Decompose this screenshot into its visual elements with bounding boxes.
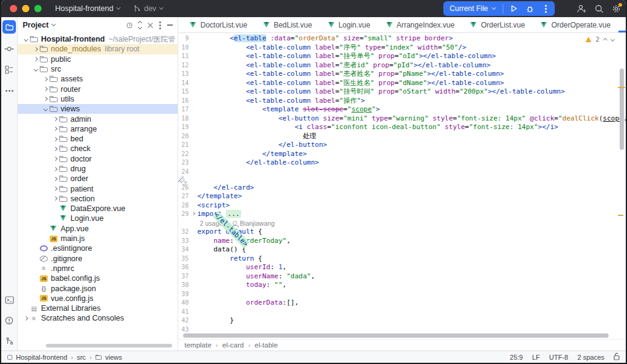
chevron-down-icon[interactable] <box>43 107 47 111</box>
more-icon[interactable] <box>159 21 161 29</box>
chevron-right-icon[interactable] <box>53 127 57 131</box>
branch-widget[interactable]: dev <box>133 4 163 13</box>
run-config-selector[interactable]: Current File <box>447 4 498 13</box>
file-encoding[interactable]: UTF-8 <box>549 354 568 361</box>
tree-item-package.json[interactable]: {}package.json <box>18 283 178 293</box>
fold-chevron-icon[interactable] <box>192 212 195 215</box>
tree-item-External Libraries[interactable]: ▤External Libraries <box>18 303 178 313</box>
vertical-scrollbar[interactable] <box>620 69 624 150</box>
file-lock-toggle[interactable] <box>614 352 620 362</box>
minimize-window-button[interactable] <box>22 5 29 12</box>
tab-OrderOperate.vue[interactable]: OrderOperate.vue <box>533 17 618 32</box>
chevron-right-icon[interactable] <box>53 147 57 151</box>
chevron-right-icon[interactable] <box>23 316 28 321</box>
chevron-down-icon[interactable] <box>33 67 37 71</box>
tree-item-drug[interactable]: drug <box>18 164 178 174</box>
author-hint[interactable]: Bianjiawang <box>240 219 275 228</box>
tab-ArrangeIndex.vue[interactable]: ArrangeIndex.vue <box>378 17 463 32</box>
run-more-button[interactable] <box>540 3 551 14</box>
zoom-window-button[interactable] <box>34 5 42 12</box>
project-panel-title[interactable]: Project <box>23 21 48 29</box>
status-path-views[interactable]: views <box>105 354 122 361</box>
tree-item-bed[interactable]: bed <box>18 134 178 144</box>
breadcrumb-template[interactable]: template <box>184 341 211 349</box>
locate-icon[interactable] <box>127 23 132 28</box>
close-window-button[interactable] <box>10 5 17 12</box>
chevron-right-icon[interactable] <box>43 87 47 91</box>
add-user-button[interactable] <box>577 4 587 13</box>
indent-style[interactable]: 2 spaces <box>577 354 604 361</box>
tree-item-doctor[interactable]: doctor <box>18 154 178 164</box>
tree-item-vue.config.js[interactable]: JSvue.config.js <box>18 294 178 303</box>
panel-horizontal-scrollbar[interactable] <box>46 344 172 347</box>
tree-item-babel.config.js[interactable]: JSbabel.config.js <box>18 273 178 283</box>
more-tools-button[interactable] <box>4 85 15 96</box>
tree-item-check[interactable]: check <box>18 144 178 154</box>
tree-item-patient[interactable]: patient <box>18 184 178 193</box>
project-tool-button[interactable] <box>2 20 16 34</box>
git-tool-button[interactable] <box>4 336 15 347</box>
chevron-right-icon[interactable] <box>33 47 37 51</box>
debug-button[interactable] <box>524 3 535 14</box>
tree-item-.npmrc[interactable]: ≡.npmrc <box>18 264 178 273</box>
chevron-right-icon[interactable] <box>53 137 57 141</box>
tree-item-assets[interactable]: assets <box>18 74 178 84</box>
breadcrumb-el-table[interactable]: el-table <box>255 341 278 349</box>
code-editor[interactable]: 9 <el-table :data="orderData" size="smal… <box>178 33 626 339</box>
tree-item-public[interactable]: public <box>18 54 178 64</box>
tab-OrderList.vue[interactable]: OrderList.vue <box>462 17 533 32</box>
problems-tool-button[interactable] <box>4 315 15 326</box>
chevron-right-icon[interactable] <box>53 157 57 161</box>
chevron-right-icon[interactable] <box>43 97 47 101</box>
tab-BedList.vue[interactable]: BedList.vue <box>255 17 320 32</box>
hide-icon[interactable] <box>167 24 173 26</box>
status-path-Hospital-frontend[interactable]: Hospital-frontend <box>16 354 67 361</box>
chevron-right-icon[interactable] <box>53 187 57 191</box>
tab-OrderToday.vue[interactable]: OrderToday.vue× <box>618 17 627 32</box>
tree-item-Scratches and Consoles[interactable]: ≡Scratches and Consoles <box>18 313 178 323</box>
terminal-tool-button[interactable] <box>4 294 15 305</box>
expand-icon[interactable] <box>138 21 141 29</box>
next-warning-icon[interactable] <box>610 37 615 41</box>
warning-stripe-mark[interactable] <box>618 87 625 88</box>
tree-item-src[interactable]: src <box>18 64 178 74</box>
tree-item-section[interactable]: section <box>18 194 178 204</box>
tree-item-node_modules[interactable]: node_moduleslibrary root <box>18 44 178 54</box>
search-button[interactable] <box>595 4 604 13</box>
tab-Login.vue[interactable]: Login.vue <box>320 17 378 32</box>
tab-DoctorList.vue[interactable]: DoctorList.vue <box>182 17 255 32</box>
chevron-down-icon[interactable] <box>23 37 28 42</box>
chevron-right-icon[interactable] <box>43 77 47 81</box>
caret-position[interactable]: 25:9 <box>510 354 523 361</box>
tree-item-Login.vue[interactable]: Login.vue <box>18 214 178 223</box>
tree-item-Hospital-frontend[interactable]: Hospital-frontend~/saleProject/医院管 <box>18 34 178 44</box>
inspection-widget[interactable]: 2 <box>584 35 616 43</box>
tree-item-App.vue[interactable]: App.vue <box>18 224 178 234</box>
structure-tool-button[interactable] <box>4 64 15 75</box>
prev-warning-icon[interactable] <box>603 38 607 42</box>
horizontal-scrollbar[interactable] <box>183 333 609 338</box>
warning-stripe-mark[interactable] <box>618 215 623 216</box>
tree-item-main.js[interactable]: JSmain.js <box>18 234 178 243</box>
chevron-right-icon[interactable] <box>33 57 37 61</box>
settings-button[interactable] <box>612 4 621 13</box>
tree-item-views[interactable]: views <box>18 104 178 114</box>
tree-item-.gitignore[interactable]: .gitignore <box>18 254 178 264</box>
tree-item-router[interactable]: router <box>18 84 178 94</box>
tree-item-DataExpore.vue[interactable]: DataExpore.vue <box>18 204 178 214</box>
tree-item-.eslintignore[interactable]: .eslintignore <box>18 243 178 253</box>
tree-item-admin[interactable]: admin <box>18 114 178 124</box>
status-path-src[interactable]: src <box>77 354 86 361</box>
run-button[interactable] <box>508 3 519 14</box>
collapse-all-icon[interactable] <box>148 23 153 28</box>
line-separator[interactable]: LF <box>532 354 540 361</box>
commit-tool-button[interactable] <box>4 43 15 54</box>
tree-item-order[interactable]: order <box>18 174 178 184</box>
chevron-right-icon[interactable] <box>53 166 57 171</box>
project-widget[interactable]: Hospital-frontend <box>55 4 120 13</box>
chevron-right-icon[interactable] <box>53 177 57 181</box>
breadcrumb-el-card[interactable]: el-card <box>222 341 244 349</box>
chevron-right-icon[interactable] <box>53 117 57 121</box>
chevron-right-icon[interactable] <box>53 196 57 201</box>
tree-item-utils[interactable]: utils <box>18 94 178 104</box>
